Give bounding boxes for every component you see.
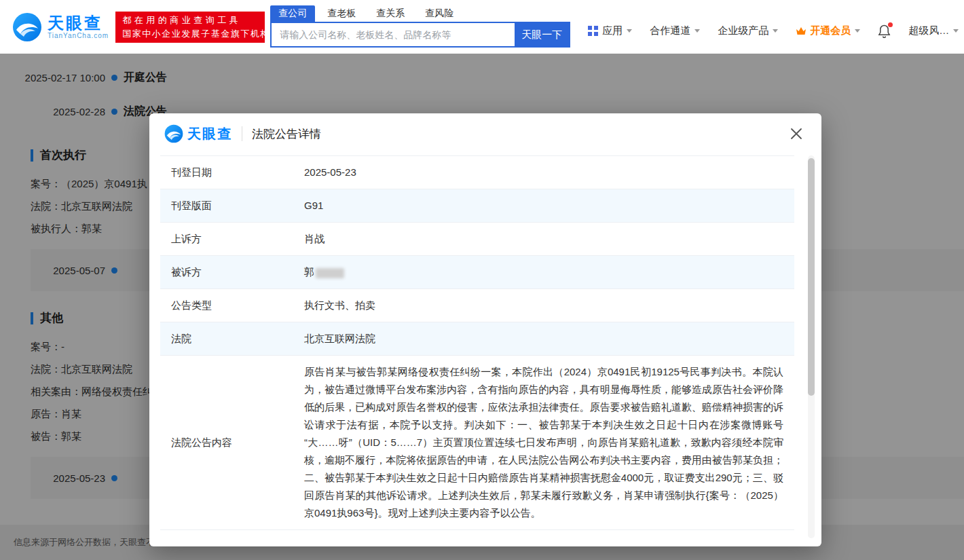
chevron-down-icon [773, 29, 778, 33]
detail-value: 郭 [293, 256, 794, 289]
nav-super-label: 超级风… [908, 24, 949, 37]
detail-rows: 刊登日期 2025-05-23 刊登版面 G91 上诉方 肖战 被诉方 [160, 156, 794, 530]
detail-label: 刊登版面 [160, 189, 293, 223]
chevron-down-icon [953, 29, 959, 33]
divider [242, 126, 242, 141]
notification-dot [888, 22, 893, 27]
promo-banner-line1: 都在用的商业查询工具 [122, 14, 258, 26]
detail-value-text: 肖战 [304, 233, 325, 244]
nav-enterprise-products[interactable]: 企业级产品 [718, 24, 778, 37]
detail-value: 执行文书、拍卖 [293, 289, 794, 322]
modal-scrollbar-thumb[interactable] [808, 158, 815, 396]
nav-apps[interactable]: 应用 [588, 24, 632, 37]
search-area: 查公司 查老板 查关系 查风险 天眼一下 [270, 5, 570, 48]
tianyancha-logo-icon [164, 124, 183, 143]
close-icon[interactable] [787, 125, 805, 143]
detail-label: 刊登日期 [160, 156, 293, 189]
chevron-down-icon [855, 29, 860, 33]
detail-label: 法院 [160, 322, 293, 356]
detail-label: 上诉方 [160, 223, 293, 256]
promo-banner: 都在用的商业查询工具 国家中小企业发展子基金旗下机构 [115, 12, 265, 43]
detail-row: 刊登日期 2025-05-23 [160, 156, 794, 189]
brand-domain: TianYanCha.com [48, 32, 109, 39]
nav-partner-label: 合作通道 [650, 24, 690, 37]
detail-value: 2025-05-23 [293, 156, 794, 189]
censored-blur [316, 268, 344, 278]
nav-apps-label: 应用 [602, 24, 623, 37]
detail-row: 上诉方 肖战 [160, 223, 794, 256]
tianyancha-logo[interactable]: 天眼查 TianYanCha.com [12, 12, 109, 42]
modal-scrollbar-track[interactable] [808, 155, 815, 538]
detail-value-text: 郭 [304, 266, 314, 278]
modal-title: 法院公告详情 [252, 126, 321, 142]
detail-value-text: 执行文书、拍卖 [304, 299, 375, 311]
detail-value: 肖战 [293, 223, 794, 256]
search-tab[interactable]: 查关系 [368, 5, 413, 22]
nav-partner-channel[interactable]: 合作通道 [650, 24, 700, 37]
brand-name: 天眼查 [48, 14, 109, 32]
apps-grid-icon [588, 26, 598, 36]
court-announcement-modal: 天眼查 法院公告详情 刊登日期 2025-05-23 刊登版面 [149, 113, 821, 546]
nav-vip-label: 开通会员 [810, 24, 851, 37]
detail-value: G91 [293, 189, 794, 223]
detail-value: 原告肖某与被告郭某网络侵权责任纠纷一案，本院作出（2024）京0491民初191… [293, 356, 794, 530]
chevron-down-icon [694, 29, 700, 33]
announcement-detail-table: 刊登日期 2025-05-23 刊登版面 G91 上诉方 肖战 被诉方 [160, 155, 794, 530]
crown-icon [796, 26, 807, 36]
search-tabs: 查公司 查老板 查关系 查风险 [270, 5, 570, 22]
detail-row: 刊登版面 G91 [160, 189, 794, 223]
notification-bell[interactable] [878, 24, 891, 38]
search-tab[interactable]: 查风险 [417, 5, 462, 22]
nav-super-risk[interactable]: 超级风… [908, 24, 959, 37]
modal-body: 刊登日期 2025-05-23 刊登版面 G91 上诉方 肖战 被诉方 [149, 154, 821, 546]
tianyancha-logo-icon [12, 12, 42, 42]
top-header: 天眼查 TianYanCha.com 都在用的商业查询工具 国家中小企业发展子基… [0, 0, 964, 54]
search-box: 天眼一下 [270, 22, 570, 48]
top-nav: 应用 合作通道 企业级产品 开通会员 超级风… [570, 24, 959, 38]
detail-value-text: G91 [304, 200, 323, 211]
search-input[interactable] [272, 23, 515, 46]
search-button[interactable]: 天眼一下 [515, 23, 569, 46]
detail-row: 被诉方 郭 [160, 256, 794, 289]
chevron-down-icon [627, 29, 632, 33]
modal-tianyancha-logo: 天眼查 [164, 124, 232, 143]
detail-label: 法院公告内容 [160, 356, 293, 530]
detail-label: 公告类型 [160, 289, 293, 322]
detail-value: 北京互联网法院 [293, 322, 794, 356]
modal-brand-name: 天眼查 [187, 125, 232, 143]
nav-enterprise-label: 企业级产品 [718, 24, 768, 37]
detail-row: 法院 北京互联网法院 [160, 322, 794, 356]
logo-text: 天眼查 TianYanCha.com [48, 14, 109, 39]
modal-header: 天眼查 法院公告详情 [149, 113, 821, 154]
detail-label: 被诉方 [160, 256, 293, 289]
promo-banner-line2: 国家中小企业发展子基金旗下机构 [122, 28, 258, 40]
detail-row: 法院公告内容 原告肖某与被告郭某网络侵权责任纠纷一案，本院作出（2024）京04… [160, 356, 794, 530]
detail-value-text: 原告肖某与被告郭某网络侵权责任纠纷一案，本院作出（2024）京0491民初191… [304, 366, 783, 519]
detail-value-text: 北京互联网法院 [304, 333, 375, 344]
search-tab[interactable]: 查公司 [270, 5, 315, 22]
search-tab[interactable]: 查老板 [319, 5, 364, 22]
nav-open-vip[interactable]: 开通会员 [796, 24, 860, 37]
detail-row: 公告类型 执行文书、拍卖 [160, 289, 794, 322]
detail-value-text: 2025-05-23 [304, 166, 356, 178]
